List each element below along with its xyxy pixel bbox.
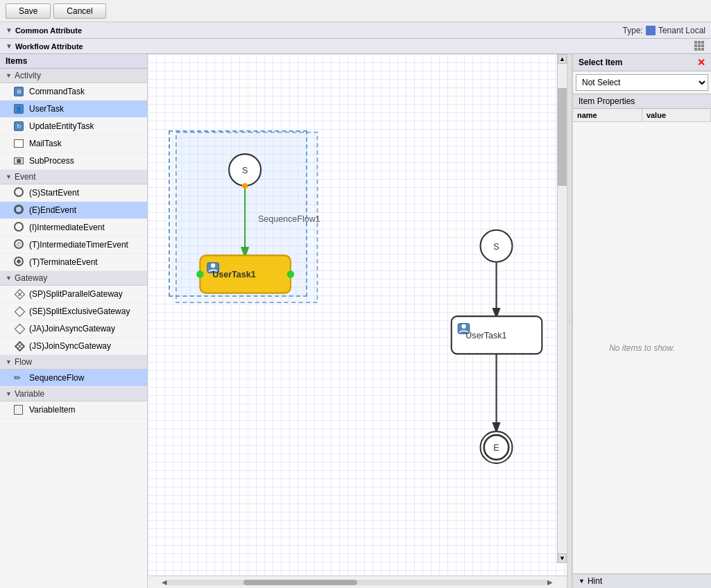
- item-terminate-event-label: (T)TerminateEvent: [29, 257, 98, 267]
- item-end-event[interactable]: (E)EndEvent: [0, 202, 147, 219]
- item-intermediate-timer-label: (T)IntermediateTimerEvent: [29, 240, 128, 250]
- mail-task-icon: [14, 138, 25, 149]
- divider-dots: ⋮: [567, 318, 572, 324]
- item-join-sync[interactable]: (JS)JoinSyncGateway: [0, 338, 147, 355]
- item-update-entity-task-label: UpdateEntityTask: [29, 121, 94, 131]
- horizontal-scrollbar[interactable]: ◀ ▶: [148, 576, 567, 588]
- split-exclusive-icon: [14, 306, 25, 317]
- item-variable-item-label: VariableItem: [29, 405, 75, 415]
- type-prefix: Type:: [623, 26, 643, 35]
- scroll-right-button[interactable]: ▶: [547, 578, 553, 586]
- start-event-icon: [14, 187, 25, 198]
- properties-table: name value: [573, 109, 711, 122]
- arrow-icon: ▼: [6, 173, 12, 180]
- section-flow[interactable]: ▼ Flow: [0, 355, 147, 370]
- item-mail-task[interactable]: MailTask: [0, 135, 147, 153]
- select-item-title: Select Item: [579, 58, 622, 67]
- section-event[interactable]: ▼ Event: [0, 170, 147, 184]
- item-join-sync-label: (JS)JoinSyncGateway: [29, 341, 111, 351]
- close-button[interactable]: ✕: [697, 57, 705, 68]
- join-async-icon: [14, 323, 25, 334]
- h-scroll-thumb[interactable]: [243, 580, 357, 585]
- item-start-event[interactable]: (S)StartEvent: [0, 184, 147, 202]
- section-event-label: Event: [15, 172, 36, 182]
- item-user-task[interactable]: 👤 UserTask: [0, 101, 147, 118]
- item-sub-process[interactable]: ▦ SubProcess: [0, 153, 147, 170]
- workflow-diagram[interactable]: S SequenceFlow1 UserTask1 S: [148, 54, 567, 576]
- panel-divider[interactable]: ⋮: [567, 54, 572, 588]
- document-icon: [646, 26, 656, 35]
- item-join-async-label: (JA)JoinAsyncGateway: [29, 324, 115, 334]
- item-command-task[interactable]: ⚙ CommandTask: [0, 83, 147, 101]
- item-properties-header: Item Properties: [573, 94, 711, 109]
- cancel-button[interactable]: Cancel: [53, 3, 105, 19]
- item-sequence-flow[interactable]: ✏ SequenceFlow: [0, 370, 147, 387]
- arrow-icon: ▼: [6, 390, 12, 397]
- canvas-grid[interactable]: ▲ ▼ S SequenceFlow1: [148, 54, 567, 576]
- join-sync-icon: [14, 340, 25, 352]
- terminate-event-icon: [14, 257, 25, 268]
- item-start-event-label: (S)StartEvent: [29, 188, 79, 198]
- section-activity[interactable]: ▼ Activity: [0, 69, 147, 83]
- type-value: Tenant Local: [658, 26, 705, 35]
- item-terminate-event[interactable]: (T)TerminateEvent: [0, 254, 147, 271]
- workflow-canvas[interactable]: ▲ ▼ S SequenceFlow1: [148, 54, 567, 588]
- item-intermediate-timer[interactable]: ⏱ (T)IntermediateTimerEvent: [0, 236, 147, 254]
- grid-toggle-button[interactable]: [694, 41, 705, 52]
- end-event-icon: [14, 205, 25, 216]
- item-variable-item[interactable]: 📄 VariableItem: [0, 401, 147, 419]
- arrow-icon: ▼: [6, 72, 12, 79]
- intermediate-event-icon: [14, 222, 25, 233]
- workflow-attr-label: Workflow Attribute: [15, 42, 83, 51]
- item-intermediate-event-label: (I)IntermediateEvent: [29, 223, 105, 232]
- hint-label: Hint: [588, 576, 602, 586]
- user-task-2-icon-head: [461, 325, 465, 329]
- start-node-1-connector: [242, 183, 248, 189]
- main-area: Items ▼ Activity ⚙ CommandTask 👤 UserTas…: [0, 54, 711, 588]
- h-scroll-track: [167, 580, 547, 585]
- left-panel: Items ▼ Activity ⚙ CommandTask 👤 UserTas…: [0, 54, 148, 588]
- section-activity-label: Activity: [15, 71, 41, 80]
- user-task-1-text: UserTask1: [212, 270, 255, 279]
- sub-process-icon: ▦: [14, 155, 25, 166]
- item-sub-process-label: SubProcess: [29, 156, 74, 166]
- end-node-label: E: [493, 443, 499, 453]
- common-attr-label: Common Attribute: [15, 26, 82, 35]
- section-gateway[interactable]: ▼ Gateway: [0, 271, 147, 286]
- right-panel: Select Item ✕ Not Select Item Properties…: [572, 54, 711, 588]
- item-intermediate-event[interactable]: (I)IntermediateEvent: [0, 219, 147, 236]
- arrow-icon: ▼: [6, 358, 12, 365]
- section-variable[interactable]: ▼ Variable: [0, 387, 147, 401]
- select-item-dropdown[interactable]: Not Select: [576, 74, 708, 91]
- item-split-parallel[interactable]: (SP)SplitParallelGateway: [0, 286, 147, 303]
- scroll-left-button[interactable]: ◀: [162, 578, 167, 586]
- top-toolbar: Save Cancel: [0, 0, 711, 22]
- item-update-entity-task[interactable]: ↻ UpdateEntityTask: [0, 118, 147, 135]
- item-split-exclusive[interactable]: (SE)SplitExclusiveGateway: [0, 303, 147, 320]
- item-split-exclusive-label: (SE)SplitExclusiveGateway: [29, 306, 130, 316]
- section-variable-label: Variable: [15, 389, 44, 399]
- save-button[interactable]: Save: [6, 3, 51, 19]
- common-attr-bar: ▼ Common Attribute Type: Tenant Local: [0, 22, 711, 39]
- select-item-header: Select Item ✕: [573, 54, 711, 71]
- user-task-1-right-connector: [287, 270, 294, 277]
- items-header: Items: [0, 54, 147, 69]
- prop-value-header: value: [642, 109, 710, 122]
- variable-item-icon: 📄: [14, 404, 25, 415]
- update-entity-task-icon: ↻: [14, 121, 25, 132]
- item-join-async[interactable]: (JA)JoinAsyncGateway: [0, 320, 147, 338]
- sequence-flow-1-label: SequenceFlow1: [258, 214, 320, 224]
- item-split-parallel-label: (SP)SplitParallelGateway: [29, 289, 123, 299]
- item-command-task-label: CommandTask: [29, 87, 85, 96]
- item-end-event-label: (E)EndEvent: [29, 205, 76, 215]
- section-flow-label: Flow: [15, 357, 32, 367]
- section-gateway-label: Gateway: [15, 273, 47, 283]
- split-parallel-icon: [14, 288, 25, 300]
- user-task-icon-head: [211, 263, 215, 268]
- start-node-2-label: S: [493, 242, 499, 252]
- hint-header[interactable]: ▼ Hint: [573, 574, 711, 588]
- item-user-task-label: UserTask: [29, 104, 64, 114]
- start-node-1-label: S: [242, 166, 248, 175]
- prop-name-header: name: [573, 109, 642, 122]
- sequence-flow-icon: ✏: [14, 372, 25, 383]
